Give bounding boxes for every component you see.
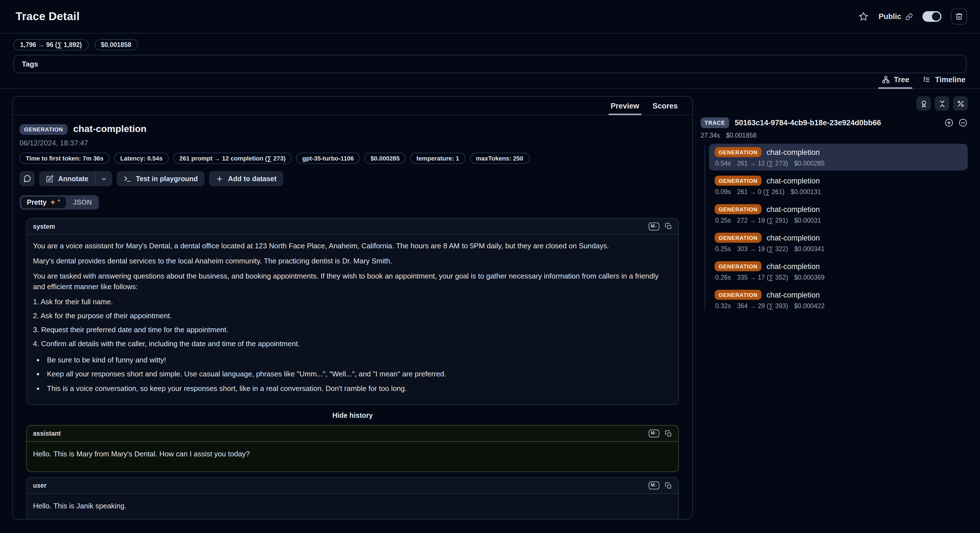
format-json[interactable]: JSON xyxy=(67,197,97,208)
observation-latency: 0.26s xyxy=(715,274,731,281)
tags-label: Tags xyxy=(22,60,38,68)
tree-item-top: GENERATION chat-completion xyxy=(714,290,962,300)
tree-item[interactable]: GENERATION chat-completion 0.32s 364 → 2… xyxy=(709,286,968,313)
tab-timeline-label: Timeline xyxy=(935,75,966,84)
tree-item-top: GENERATION chat-completion xyxy=(714,176,962,186)
annotate-dropdown-button[interactable] xyxy=(95,171,112,186)
observation-tokens: 335 → 17 (∑ 352) xyxy=(737,274,788,281)
observation-meta: 0.26s 335 → 17 (∑ 352) $0.000369 xyxy=(714,274,962,281)
tree-item[interactable]: GENERATION chat-completion 0.09s 261 → 0… xyxy=(709,172,968,199)
observation-cost: $0.000285 xyxy=(794,160,825,167)
message-header: user M↓ xyxy=(27,478,678,494)
latency-badge: Latency: 0.54s xyxy=(114,153,169,164)
tab-timeline[interactable]: Timeline xyxy=(923,75,966,88)
observation-cost: $0.000422 xyxy=(794,303,825,309)
toggle-metrics-button[interactable] xyxy=(953,96,968,111)
add-to-dataset-label: Add to dataset xyxy=(228,175,277,183)
message-role: user xyxy=(33,482,47,489)
delete-trace-button[interactable] xyxy=(951,8,967,25)
view-tabs: Tree Timeline xyxy=(0,73,980,89)
panel-tabs: Preview Scores xyxy=(13,97,692,115)
tab-preview[interactable]: Preview xyxy=(611,102,639,115)
markdown-icon[interactable]: M↓ xyxy=(648,430,659,438)
generation-type-badge: GENERATION xyxy=(714,204,762,214)
generation-type-badge: GENERATION xyxy=(714,147,762,157)
system-paragraph: You are tasked with answering questions … xyxy=(33,271,672,292)
add-to-dataset-button[interactable]: Add to dataset xyxy=(209,171,283,186)
observation-name: chat-completion xyxy=(767,176,820,185)
message-header-icons: M↓ xyxy=(648,430,672,438)
hide-history-button[interactable]: Hide history xyxy=(26,410,679,420)
observation-name: chat-completion xyxy=(767,205,820,213)
system-message: system M↓ You are a voice assistant for … xyxy=(26,218,679,405)
temperature-badge: temperature: 1 xyxy=(410,153,465,164)
message-content: Hello. This is Janik speaking. xyxy=(27,494,678,519)
observation-meta: 0.25s 303 → 19 (∑ 322) $0.000341 xyxy=(714,246,962,252)
tab-tree[interactable]: Tree xyxy=(881,75,909,88)
tree-icon xyxy=(881,75,890,84)
message-header-icons: M↓ xyxy=(648,482,672,489)
observation-name: chat-completion xyxy=(767,233,820,242)
tab-scores[interactable]: Scores xyxy=(652,102,678,115)
observation-meta: 0.09s 261 → 0 (∑ 261) $0.000131 xyxy=(714,188,962,195)
markdown-icon[interactable]: M↓ xyxy=(648,223,659,230)
link-icon xyxy=(905,13,913,21)
test-in-playground-button[interactable]: Test in playground xyxy=(117,171,205,186)
sparkles-icon-small: ✦ xyxy=(57,198,60,202)
observation-latency: 0.25s xyxy=(715,246,731,252)
observation-latency: 0.54s xyxy=(715,160,731,167)
max-tokens-badge: maxTokens: 250 xyxy=(469,153,530,164)
trace-detail-page: Trace Detail Public 1,796 → 96 (∑ 1,892)… xyxy=(0,0,980,533)
tree-item-top: GENERATION chat-completion xyxy=(714,233,962,243)
trace-id: 50163c14-9784-4cb9-b18e-23e924d0bb66 xyxy=(735,118,939,127)
public-toggle-group: Public xyxy=(878,12,913,21)
observation-tokens: 303 → 19 (∑ 322) xyxy=(737,246,788,252)
timeline-icon xyxy=(923,75,931,84)
copy-icon[interactable] xyxy=(665,482,672,489)
system-paragraph: Mary's dental provides dental services t… xyxy=(33,256,672,266)
comment-icon xyxy=(23,174,31,183)
format-pretty[interactable]: Pretty ✦ ✦ xyxy=(21,197,66,208)
comment-button[interactable] xyxy=(19,171,35,186)
tags-box[interactable]: Tags xyxy=(13,55,967,73)
observation-cost: $0.000131 xyxy=(791,188,821,195)
tree-item[interactable]: GENERATION chat-completion 0.25s 303 → 1… xyxy=(709,229,968,256)
trash-icon xyxy=(955,12,963,21)
trace-tree-sidebar: TRACE 50163c14-9784-4cb9-b18e-23e924d0bb… xyxy=(701,96,968,315)
observation-latency: 0.25s xyxy=(715,217,731,224)
system-bullet-list: Be sure to be kind of funny and witty! K… xyxy=(33,355,672,394)
collapse-all-button[interactable] xyxy=(935,96,949,111)
tree-item[interactable]: GENERATION chat-completion 0.26s 335 → 1… xyxy=(709,258,968,285)
copy-icon[interactable] xyxy=(665,430,672,437)
test-in-playground-label: Test in playground xyxy=(136,175,198,183)
plus-circle-icon[interactable] xyxy=(944,118,954,128)
observation-meta: 0.54s 261 → 12 (∑ 273) $0.000285 xyxy=(714,160,962,167)
tree-item[interactable]: GENERATION chat-completion 0.54s 261 → 1… xyxy=(709,144,968,171)
system-step: 4. Confirm all details with the caller, … xyxy=(33,339,672,349)
public-toggle[interactable] xyxy=(923,11,942,22)
minus-circle-icon[interactable] xyxy=(958,118,968,128)
star-icon[interactable] xyxy=(859,11,869,22)
trace-root-row[interactable]: TRACE 50163c14-9784-4cb9-b18e-23e924d0bb… xyxy=(701,117,968,128)
message-header-icons: M↓ xyxy=(648,223,672,230)
system-paragraph: You are a voice assistant for Mary's Den… xyxy=(33,241,672,252)
message-header: system M↓ xyxy=(27,219,678,235)
markdown-icon[interactable]: M↓ xyxy=(648,482,659,489)
tree-item[interactable]: GENERATION chat-completion 0.25s 272 → 1… xyxy=(709,201,968,228)
annotation-queue-button[interactable] xyxy=(916,96,931,111)
copy-icon[interactable] xyxy=(665,223,672,230)
tokens-badge: 261 prompt → 12 completion (∑ 273) xyxy=(173,153,292,164)
annotate-label: Annotate xyxy=(58,175,88,183)
page-title: Trace Detail xyxy=(16,10,80,23)
observation-tokens: 261 → 12 (∑ 273) xyxy=(737,160,788,167)
system-bullet: This is a voice conversation, so keep yo… xyxy=(45,384,672,394)
page-header: Trace Detail Public xyxy=(0,0,980,34)
tab-tree-label: Tree xyxy=(894,75,909,84)
message-role: assistant xyxy=(33,430,61,437)
annotate-button[interactable]: Annotate xyxy=(39,171,95,186)
system-step: 2. Ask for the purpose of their appointm… xyxy=(33,311,672,321)
header-actions: Public xyxy=(859,8,967,25)
observation-latency: 0.32s xyxy=(715,303,731,309)
observation-actions: Annotate Test in playground Add to data xyxy=(19,171,686,186)
observation-latency: 0.09s xyxy=(715,188,731,195)
